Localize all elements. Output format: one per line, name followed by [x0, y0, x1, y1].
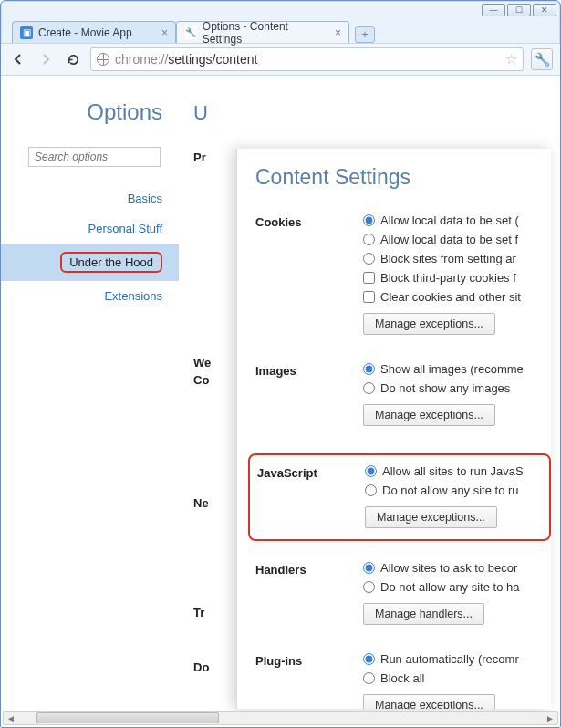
search-input[interactable]: [28, 147, 161, 167]
horizontal-scrollbar[interactable]: ◄ ►: [3, 711, 558, 725]
radio-input[interactable]: [363, 562, 375, 574]
url-scheme: chrome://: [115, 52, 168, 67]
tab-title: Options - Content Settings: [203, 20, 329, 46]
option-row[interactable]: Block all: [363, 671, 551, 685]
section-plugins: Plug-ins Run automatically (recomr Block…: [255, 652, 551, 709]
option-text: Do not show any images: [380, 381, 510, 395]
sidebar-item-label: Basics: [128, 192, 162, 205]
options-sidebar: Options Basics Personal Stuff Under the …: [1, 76, 179, 727]
option-text: Allow all sites to run JavaS: [382, 464, 524, 478]
new-tab-button[interactable]: +: [355, 26, 375, 43]
browser-window: — ☐ ✕ ▣ Create - Movie App × 🔧 Options -…: [0, 0, 561, 728]
section-handlers: Handlers Allow sites to ask to becor Do …: [255, 561, 551, 625]
option-row[interactable]: Do not allow any site to ha: [363, 580, 551, 594]
option-text: Block sites from setting ar: [380, 252, 516, 265]
option-row[interactable]: Show all images (recomme: [363, 362, 551, 376]
radio-input[interactable]: [365, 484, 377, 496]
radio-input[interactable]: [365, 465, 377, 477]
option-row[interactable]: Clear cookies and other sit: [363, 290, 551, 304]
sidebar-item-extensions[interactable]: Extensions: [1, 281, 179, 311]
window-close-button[interactable]: ✕: [533, 4, 556, 16]
option-text: Run automatically (recomr: [380, 652, 519, 666]
option-text: Block all: [380, 671, 424, 685]
option-text: Allow sites to ask to becor: [380, 561, 517, 575]
section-options: Allow all sites to run JavaS Do not allo…: [365, 464, 545, 528]
window-titlebar: — ☐ ✕: [1, 1, 560, 19]
forward-button[interactable]: [36, 49, 56, 69]
scroll-left-arrow-icon[interactable]: ◄: [4, 713, 18, 723]
radio-input[interactable]: [363, 581, 375, 593]
option-text: Allow local data to be set f: [380, 233, 518, 246]
option-row[interactable]: Allow all sites to run JavaS: [365, 464, 545, 478]
scroll-right-arrow-icon[interactable]: ►: [543, 713, 557, 723]
manage-exceptions-button[interactable]: Manage exceptions...: [363, 404, 495, 426]
tabstrip: ▣ Create - Movie App × 🔧 Options - Conte…: [1, 19, 560, 43]
sidebar-item-basics[interactable]: Basics: [1, 183, 179, 213]
manage-handlers-button[interactable]: Manage handlers...: [363, 603, 484, 625]
section-cookies: Cookies Allow local data to be set ( All…: [255, 213, 551, 335]
sidebar-item-under-the-hood[interactable]: Under the Hood: [1, 244, 179, 281]
favicon-icon: ▣: [20, 26, 33, 39]
url-path: settings/content: [168, 52, 257, 67]
radio-input[interactable]: [363, 672, 375, 684]
radio-input[interactable]: [363, 234, 375, 245]
back-button[interactable]: [8, 49, 28, 69]
option-text: Show all images (recomme: [380, 362, 524, 376]
section-options: Allow local data to be set ( Allow local…: [363, 213, 551, 335]
option-row[interactable]: Allow sites to ask to becor: [363, 561, 551, 575]
page-heading-fragment: U: [193, 101, 549, 125]
radio-input[interactable]: [363, 382, 375, 394]
radio-input[interactable]: [363, 214, 375, 226]
tab-movie-app[interactable]: ▣ Create - Movie App ×: [12, 21, 176, 43]
tab-close-icon[interactable]: ×: [161, 26, 168, 39]
sidebar-item-personal-stuff[interactable]: Personal Stuff: [1, 213, 179, 244]
section-options: Run automatically (recomr Block all Mana…: [363, 652, 551, 709]
section-options: Allow sites to ask to becor Do not allow…: [363, 561, 551, 625]
address-bar[interactable]: chrome://settings/content ☆: [90, 47, 524, 71]
wrench-icon: 🔧: [184, 26, 197, 39]
option-row[interactable]: Do not allow any site to ru: [365, 484, 545, 497]
scroll-thumb[interactable]: [36, 712, 219, 723]
section-options: Show all images (recomme Do not show any…: [363, 362, 551, 426]
option-text: Do not allow any site to ha: [380, 580, 519, 594]
checkbox-input[interactable]: [363, 272, 375, 284]
options-nav: Basics Personal Stuff Under the Hood Ext…: [1, 183, 179, 311]
option-row[interactable]: Block third-party cookies f: [363, 271, 551, 285]
option-row[interactable]: Run automatically (recomr: [363, 652, 551, 666]
sidebar-item-label: Personal Stuff: [88, 222, 162, 235]
radio-input[interactable]: [363, 363, 375, 375]
checkbox-input[interactable]: [363, 291, 375, 303]
window-minimize-button[interactable]: —: [482, 4, 505, 16]
globe-icon: [97, 53, 109, 66]
manage-exceptions-button[interactable]: Manage exceptions...: [365, 506, 497, 528]
scroll-track[interactable]: [18, 712, 543, 724]
section-label: Handlers: [255, 561, 363, 625]
manage-exceptions-button[interactable]: Manage exceptions...: [363, 313, 495, 335]
section-images: Images Show all images (recomme Do not s…: [255, 362, 551, 426]
page-content: Options Basics Personal Stuff Under the …: [1, 76, 560, 727]
overlay-title: Content Settings: [255, 165, 551, 190]
section-label: Plug-ins: [255, 652, 363, 709]
settings-wrench-button[interactable]: 🔧: [531, 48, 553, 70]
option-text: Clear cookies and other sit: [380, 290, 521, 304]
content-settings-overlay: Content Settings Cookies Allow local dat…: [236, 149, 551, 709]
manage-exceptions-button[interactable]: Manage exceptions...: [363, 694, 495, 709]
option-text: Block third-party cookies f: [380, 271, 516, 285]
section-label: JavaScript: [257, 464, 365, 528]
radio-input[interactable]: [363, 653, 375, 665]
sidebar-item-label: Under the Hood: [60, 252, 162, 273]
sidebar-item-label: Extensions: [104, 289, 162, 303]
window-maximize-button[interactable]: ☐: [507, 4, 531, 16]
option-row[interactable]: Allow local data to be set (: [363, 213, 551, 227]
radio-input[interactable]: [363, 253, 375, 265]
search-options-field[interactable]: [28, 147, 161, 167]
section-label: Images: [255, 362, 363, 426]
tab-options[interactable]: 🔧 Options - Content Settings ×: [176, 21, 349, 43]
option-row[interactable]: Do not show any images: [363, 381, 551, 395]
bookmark-star-icon[interactable]: ☆: [505, 51, 517, 68]
option-row[interactable]: Block sites from setting ar: [363, 252, 551, 265]
option-row[interactable]: Allow local data to be set f: [363, 233, 551, 246]
reload-button[interactable]: [63, 49, 83, 69]
options-heading: Options: [1, 99, 179, 125]
tab-close-icon[interactable]: ×: [335, 26, 341, 39]
